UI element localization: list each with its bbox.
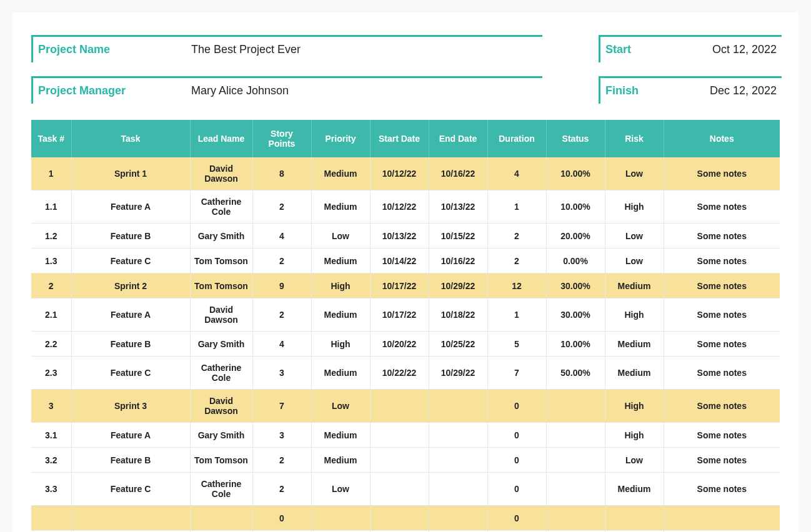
cell-notes[interactable]: Some notes bbox=[664, 357, 780, 390]
table-row[interactable]: 3.3Feature CCatherine Cole2Low0MediumSom… bbox=[31, 473, 780, 506]
cell-task[interactable]: Feature C bbox=[71, 473, 190, 506]
cell-end[interactable] bbox=[429, 448, 487, 473]
table-row[interactable]: 1Sprint 1David Dawson8Medium10/12/2210/1… bbox=[31, 157, 780, 190]
cell-priority[interactable]: Medium bbox=[311, 157, 370, 190]
col-header-lead[interactable]: Lead Name bbox=[190, 120, 252, 157]
cell-lead[interactable]: Gary Smith bbox=[190, 224, 252, 249]
cell-task[interactable]: Feature B bbox=[71, 224, 190, 249]
cell-start[interactable] bbox=[370, 448, 429, 473]
cell-duration[interactable]: 5 bbox=[487, 332, 546, 357]
table-row[interactable]: 2Sprint 2Tom Tomson9High10/17/2210/29/22… bbox=[31, 273, 780, 298]
cell-points[interactable]: 2 bbox=[252, 298, 311, 332]
cell-duration[interactable]: 1 bbox=[487, 298, 546, 332]
cell-status[interactable]: 20.00% bbox=[546, 224, 605, 249]
cell-lead[interactable]: David Dawson bbox=[190, 157, 252, 190]
cell-tasknum[interactable]: 2.2 bbox=[31, 332, 71, 357]
cell-task[interactable]: Feature A bbox=[71, 298, 190, 332]
cell-lead[interactable]: David Dawson bbox=[190, 390, 252, 423]
cell-priority[interactable]: Medium bbox=[311, 448, 370, 473]
col-header-risk[interactable]: Risk bbox=[605, 120, 664, 157]
cell-duration[interactable]: 0 bbox=[487, 390, 546, 423]
table-row[interactable]: 2.1Feature ADavid Dawson2Medium10/17/221… bbox=[31, 298, 780, 332]
cell-risk[interactable]: Medium bbox=[605, 332, 664, 357]
table-row[interactable]: 1.1Feature ACatherine Cole2Medium10/12/2… bbox=[31, 190, 780, 224]
cell-status[interactable] bbox=[546, 390, 605, 423]
cell-status[interactable]: 30.00% bbox=[546, 298, 605, 332]
cell-start[interactable] bbox=[370, 473, 429, 506]
cell-duration[interactable]: 12 bbox=[487, 273, 546, 298]
cell-start[interactable]: 10/17/22 bbox=[370, 273, 429, 298]
cell-priority[interactable] bbox=[311, 506, 370, 531]
cell-status[interactable]: 10.00% bbox=[546, 157, 605, 190]
table-row[interactable]: 1.2Feature BGary Smith4Low10/13/2210/15/… bbox=[31, 224, 780, 249]
col-header-points[interactable]: Story Points bbox=[252, 120, 311, 157]
cell-tasknum[interactable]: 2.3 bbox=[31, 357, 71, 390]
cell-notes[interactable]: Some notes bbox=[664, 273, 780, 298]
cell-end[interactable]: 10/16/22 bbox=[429, 157, 487, 190]
table-row[interactable]: 3Sprint 3David Dawson7Low0HighSome notes bbox=[31, 390, 780, 423]
col-header-priority[interactable]: Priority bbox=[311, 120, 370, 157]
cell-start[interactable] bbox=[370, 423, 429, 448]
cell-priority[interactable]: Low bbox=[311, 473, 370, 506]
table-row[interactable]: 1.3Feature CTom Tomson2Medium10/14/2210/… bbox=[31, 249, 780, 273]
cell-notes[interactable]: Some notes bbox=[664, 473, 780, 506]
cell-task[interactable]: Sprint 1 bbox=[71, 157, 190, 190]
cell-priority[interactable]: Medium bbox=[311, 298, 370, 332]
table-row[interactable]: 3.2Feature BTom Tomson2Medium0LowSome no… bbox=[31, 448, 780, 473]
col-header-status[interactable]: Status bbox=[546, 120, 605, 157]
cell-end[interactable] bbox=[429, 506, 487, 531]
cell-task[interactable]: Feature C bbox=[71, 249, 190, 273]
project-manager-value[interactable]: Mary Alice Johnson bbox=[186, 76, 542, 104]
cell-tasknum[interactable]: 1.2 bbox=[31, 224, 71, 249]
cell-lead[interactable]: Tom Tomson bbox=[190, 273, 252, 298]
cell-end[interactable]: 10/18/22 bbox=[429, 298, 487, 332]
cell-start[interactable]: 10/14/22 bbox=[370, 249, 429, 273]
cell-start[interactable]: 10/17/22 bbox=[370, 298, 429, 332]
cell-end[interactable]: 10/29/22 bbox=[429, 273, 487, 298]
cell-points[interactable]: 8 bbox=[252, 157, 311, 190]
cell-tasknum[interactable]: 2 bbox=[31, 273, 71, 298]
cell-end[interactable]: 10/25/22 bbox=[429, 332, 487, 357]
cell-points[interactable]: 3 bbox=[252, 423, 311, 448]
col-header-notes[interactable]: Notes bbox=[664, 120, 780, 157]
cell-tasknum[interactable]: 1 bbox=[31, 157, 71, 190]
cell-priority[interactable]: Medium bbox=[311, 357, 370, 390]
cell-lead[interactable]: Tom Tomson bbox=[190, 249, 252, 273]
cell-end[interactable]: 10/16/22 bbox=[429, 249, 487, 273]
cell-tasknum[interactable]: 3.1 bbox=[31, 423, 71, 448]
cell-start[interactable]: 10/22/22 bbox=[370, 357, 429, 390]
cell-risk[interactable] bbox=[605, 506, 664, 531]
cell-priority[interactable]: Medium bbox=[311, 249, 370, 273]
cell-notes[interactable]: Some notes bbox=[664, 423, 780, 448]
cell-points[interactable]: 4 bbox=[252, 224, 311, 249]
cell-status[interactable] bbox=[546, 448, 605, 473]
cell-task[interactable]: Sprint 2 bbox=[71, 273, 190, 298]
cell-priority[interactable]: Low bbox=[311, 390, 370, 423]
cell-notes[interactable]: Some notes bbox=[664, 332, 780, 357]
cell-risk[interactable]: Medium bbox=[605, 357, 664, 390]
col-header-duration[interactable]: Duration bbox=[487, 120, 546, 157]
cell-risk[interactable]: High bbox=[605, 390, 664, 423]
cell-priority[interactable]: High bbox=[311, 332, 370, 357]
cell-points[interactable]: 4 bbox=[252, 332, 311, 357]
cell-tasknum[interactable] bbox=[31, 506, 71, 531]
col-header-tasknum[interactable]: Task # bbox=[31, 120, 71, 157]
cell-tasknum[interactable]: 1.1 bbox=[31, 190, 71, 224]
cell-start[interactable] bbox=[370, 390, 429, 423]
cell-notes[interactable]: Some notes bbox=[664, 157, 780, 190]
cell-points[interactable]: 2 bbox=[252, 473, 311, 506]
cell-lead[interactable]: Catherine Cole bbox=[190, 190, 252, 224]
cell-end[interactable] bbox=[429, 423, 487, 448]
cell-status[interactable]: 10.00% bbox=[546, 332, 605, 357]
col-header-end[interactable]: End Date bbox=[429, 120, 487, 157]
cell-task[interactable]: Sprint 3 bbox=[71, 390, 190, 423]
cell-status[interactable]: 30.00% bbox=[546, 273, 605, 298]
cell-duration[interactable]: 0 bbox=[487, 473, 546, 506]
cell-priority[interactable]: Low bbox=[311, 224, 370, 249]
cell-tasknum[interactable]: 2.1 bbox=[31, 298, 71, 332]
cell-tasknum[interactable]: 3.3 bbox=[31, 473, 71, 506]
cell-points[interactable]: 0 bbox=[252, 506, 311, 531]
cell-priority[interactable]: High bbox=[311, 273, 370, 298]
cell-start[interactable]: 10/12/22 bbox=[370, 190, 429, 224]
cell-notes[interactable]: Some notes bbox=[664, 448, 780, 473]
